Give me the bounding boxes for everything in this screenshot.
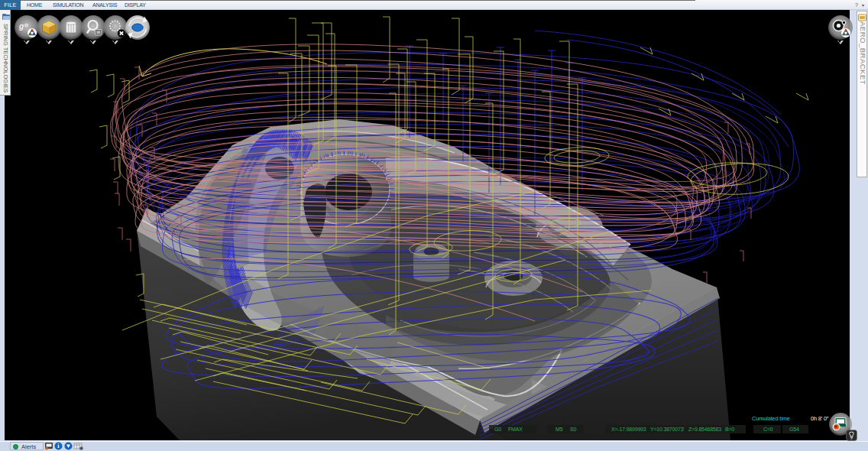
svg-text:G54: G54 [789,427,799,432]
svg-text:o: o [24,21,28,28]
svg-text:Y=10.3870073′: Y=10.3870073′ [650,427,685,432]
svg-text:S0: S0 [570,427,576,432]
svg-text:X=-17.9899993: X=-17.9899993 [611,427,646,432]
svg-text:C=0: C=0 [763,427,773,432]
svg-text:B=0: B=0 [725,427,734,432]
svg-text:G0: G0 [494,427,501,432]
svg-text:g: g [18,22,24,31]
svg-text:Z=9.85468583: Z=9.85468583 [688,427,721,432]
svg-text:M5: M5 [555,427,563,432]
svg-text:FMAX: FMAX [508,427,523,432]
svg-text:Cumulated time: Cumulated time [752,415,790,422]
svg-text:0h 8′ 0″: 0h 8′ 0″ [811,415,829,422]
